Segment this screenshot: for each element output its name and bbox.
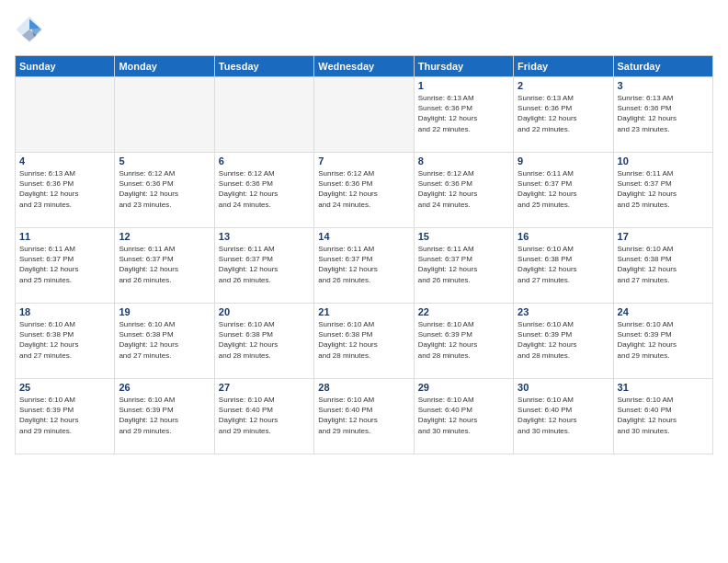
- calendar-week-4: 18Sunrise: 6:10 AM Sunset: 6:38 PM Dayli…: [16, 304, 713, 379]
- day-info: Sunrise: 6:11 AM Sunset: 6:37 PM Dayligh…: [518, 168, 609, 210]
- day-header-wednesday: Wednesday: [314, 56, 414, 77]
- day-number: 8: [418, 155, 509, 167]
- day-info: Sunrise: 6:10 AM Sunset: 6:38 PM Dayligh…: [518, 244, 609, 285]
- day-number: 21: [318, 306, 409, 317]
- day-header-thursday: Thursday: [414, 56, 513, 77]
- day-number: 25: [19, 382, 110, 393]
- calendar-cell: 14Sunrise: 6:11 AM Sunset: 6:37 PM Dayli…: [314, 228, 414, 304]
- day-header-saturday: Saturday: [613, 56, 712, 77]
- calendar-cell: 6Sunrise: 6:12 AM Sunset: 6:36 PM Daylig…: [214, 153, 313, 228]
- day-header-tuesday: Tuesday: [214, 56, 313, 77]
- calendar-cell: 20Sunrise: 6:10 AM Sunset: 6:38 PM Dayli…: [214, 304, 313, 379]
- calendar-cell: 9Sunrise: 6:11 AM Sunset: 6:37 PM Daylig…: [514, 153, 613, 228]
- day-number: 30: [518, 382, 609, 393]
- calendar-cell: 12Sunrise: 6:11 AM Sunset: 6:37 PM Dayli…: [115, 228, 214, 304]
- day-info: Sunrise: 6:10 AM Sunset: 6:39 PM Dayligh…: [119, 395, 210, 436]
- day-info: Sunrise: 6:11 AM Sunset: 6:37 PM Dayligh…: [618, 168, 709, 210]
- calendar-cell: 28Sunrise: 6:10 AM Sunset: 6:40 PM Dayli…: [314, 379, 414, 454]
- calendar-cell: 1Sunrise: 6:13 AM Sunset: 6:36 PM Daylig…: [414, 77, 513, 153]
- calendar-cell: 30Sunrise: 6:10 AM Sunset: 6:40 PM Dayli…: [514, 379, 613, 454]
- day-number: 17: [618, 231, 709, 242]
- header-row: SundayMondayTuesdayWednesdayThursdayFrid…: [16, 56, 713, 77]
- day-number: 20: [219, 306, 310, 317]
- day-number: 15: [418, 231, 509, 242]
- day-info: Sunrise: 6:10 AM Sunset: 6:38 PM Dayligh…: [318, 319, 409, 361]
- day-number: 18: [19, 306, 110, 317]
- day-info: Sunrise: 6:11 AM Sunset: 6:37 PM Dayligh…: [119, 244, 210, 285]
- day-number: 24: [618, 306, 709, 317]
- calendar-cell: [16, 77, 115, 153]
- calendar-week-3: 11Sunrise: 6:11 AM Sunset: 6:37 PM Dayli…: [16, 228, 713, 304]
- day-info: Sunrise: 6:10 AM Sunset: 6:39 PM Dayligh…: [618, 319, 709, 361]
- calendar-cell: 18Sunrise: 6:10 AM Sunset: 6:38 PM Dayli…: [16, 304, 115, 379]
- day-number: 16: [518, 231, 609, 242]
- calendar-cell: [314, 77, 414, 153]
- day-info: Sunrise: 6:13 AM Sunset: 6:36 PM Dayligh…: [418, 93, 509, 134]
- calendar-cell: 15Sunrise: 6:11 AM Sunset: 6:37 PM Dayli…: [414, 228, 513, 304]
- calendar-cell: 21Sunrise: 6:10 AM Sunset: 6:38 PM Dayli…: [314, 304, 414, 379]
- day-number: 12: [119, 231, 210, 242]
- calendar-cell: 19Sunrise: 6:10 AM Sunset: 6:38 PM Dayli…: [115, 304, 214, 379]
- day-info: Sunrise: 6:10 AM Sunset: 6:40 PM Dayligh…: [318, 395, 409, 436]
- day-number: 22: [418, 306, 509, 317]
- day-info: Sunrise: 6:11 AM Sunset: 6:37 PM Dayligh…: [318, 244, 409, 285]
- day-number: 9: [518, 155, 609, 167]
- day-info: Sunrise: 6:13 AM Sunset: 6:36 PM Dayligh…: [518, 93, 609, 134]
- day-number: 11: [19, 231, 110, 242]
- calendar-cell: 26Sunrise: 6:10 AM Sunset: 6:39 PM Dayli…: [115, 379, 214, 454]
- calendar-cell: 23Sunrise: 6:10 AM Sunset: 6:39 PM Dayli…: [514, 304, 613, 379]
- day-number: 31: [618, 382, 709, 393]
- day-info: Sunrise: 6:13 AM Sunset: 6:36 PM Dayligh…: [19, 168, 110, 210]
- day-number: 10: [618, 155, 709, 167]
- day-number: 7: [318, 155, 409, 167]
- day-header-friday: Friday: [514, 56, 613, 77]
- calendar-cell: 2Sunrise: 6:13 AM Sunset: 6:36 PM Daylig…: [514, 77, 613, 153]
- day-info: Sunrise: 6:10 AM Sunset: 6:38 PM Dayligh…: [19, 319, 110, 361]
- calendar-body: 1Sunrise: 6:13 AM Sunset: 6:36 PM Daylig…: [16, 77, 713, 454]
- day-info: Sunrise: 6:11 AM Sunset: 6:37 PM Dayligh…: [418, 244, 509, 285]
- day-info: Sunrise: 6:10 AM Sunset: 6:38 PM Dayligh…: [119, 319, 210, 361]
- calendar-week-5: 25Sunrise: 6:10 AM Sunset: 6:39 PM Dayli…: [16, 379, 713, 454]
- calendar-cell: 16Sunrise: 6:10 AM Sunset: 6:38 PM Dayli…: [514, 228, 613, 304]
- calendar-week-2: 4Sunrise: 6:13 AM Sunset: 6:36 PM Daylig…: [16, 153, 713, 228]
- logo: [15, 15, 48, 44]
- day-info: Sunrise: 6:12 AM Sunset: 6:36 PM Dayligh…: [119, 168, 210, 210]
- svg-marker-2: [29, 19, 40, 29]
- calendar-cell: 5Sunrise: 6:12 AM Sunset: 6:36 PM Daylig…: [115, 153, 214, 228]
- day-number: 6: [219, 155, 310, 167]
- day-number: 23: [518, 306, 609, 317]
- day-number: 4: [19, 155, 110, 167]
- day-number: 2: [518, 80, 609, 91]
- day-info: Sunrise: 6:11 AM Sunset: 6:37 PM Dayligh…: [19, 244, 110, 285]
- day-info: Sunrise: 6:10 AM Sunset: 6:39 PM Dayligh…: [418, 319, 509, 361]
- calendar-cell: 25Sunrise: 6:10 AM Sunset: 6:39 PM Dayli…: [16, 379, 115, 454]
- day-number: 19: [119, 306, 210, 317]
- calendar-cell: 27Sunrise: 6:10 AM Sunset: 6:40 PM Dayli…: [214, 379, 313, 454]
- calendar-cell: 13Sunrise: 6:11 AM Sunset: 6:37 PM Dayli…: [214, 228, 313, 304]
- calendar-week-1: 1Sunrise: 6:13 AM Sunset: 6:36 PM Daylig…: [16, 77, 713, 153]
- day-number: 3: [618, 80, 709, 91]
- page-header: [15, 15, 713, 44]
- day-number: 29: [418, 382, 509, 393]
- calendar-cell: [214, 77, 313, 153]
- day-number: 5: [119, 155, 210, 167]
- day-header-monday: Monday: [115, 56, 214, 77]
- day-number: 27: [219, 382, 310, 393]
- day-info: Sunrise: 6:10 AM Sunset: 6:39 PM Dayligh…: [518, 319, 609, 361]
- calendar-cell: 29Sunrise: 6:10 AM Sunset: 6:40 PM Dayli…: [414, 379, 513, 454]
- day-number: 28: [318, 382, 409, 393]
- calendar-header: SundayMondayTuesdayWednesdayThursdayFrid…: [16, 56, 713, 77]
- calendar-cell: 10Sunrise: 6:11 AM Sunset: 6:37 PM Dayli…: [613, 153, 712, 228]
- day-number: 14: [318, 231, 409, 242]
- calendar-cell: 3Sunrise: 6:13 AM Sunset: 6:36 PM Daylig…: [613, 77, 712, 153]
- day-info: Sunrise: 6:10 AM Sunset: 6:38 PM Dayligh…: [219, 319, 310, 361]
- day-info: Sunrise: 6:10 AM Sunset: 6:38 PM Dayligh…: [618, 244, 709, 285]
- day-info: Sunrise: 6:10 AM Sunset: 6:39 PM Dayligh…: [19, 395, 110, 436]
- calendar-cell: 24Sunrise: 6:10 AM Sunset: 6:39 PM Dayli…: [613, 304, 712, 379]
- calendar-cell: 17Sunrise: 6:10 AM Sunset: 6:38 PM Dayli…: [613, 228, 712, 304]
- day-info: Sunrise: 6:10 AM Sunset: 6:40 PM Dayligh…: [418, 395, 509, 436]
- calendar-cell: 31Sunrise: 6:10 AM Sunset: 6:40 PM Dayli…: [613, 379, 712, 454]
- calendar-cell: 4Sunrise: 6:13 AM Sunset: 6:36 PM Daylig…: [16, 153, 115, 228]
- calendar-cell: 8Sunrise: 6:12 AM Sunset: 6:36 PM Daylig…: [414, 153, 513, 228]
- day-info: Sunrise: 6:12 AM Sunset: 6:36 PM Dayligh…: [219, 168, 310, 210]
